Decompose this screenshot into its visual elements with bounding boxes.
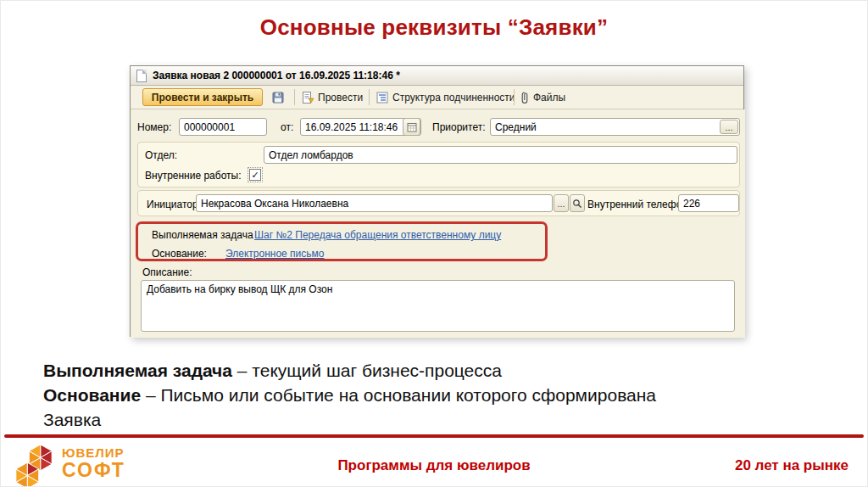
floppy-icon	[271, 91, 285, 104]
post-and-close-button[interactable]: Провести и закрыть	[142, 88, 263, 106]
files-button[interactable]: Файлы	[533, 92, 565, 104]
internal-works-checkbox[interactable]: ✓	[249, 169, 261, 181]
department-label: Отдел:	[145, 149, 177, 161]
date-label: от:	[281, 121, 293, 133]
post-button[interactable]: Провести	[318, 92, 363, 104]
department-group: Отдел: Отдел ломбардов Внутренние работы…	[137, 142, 740, 188]
explanation-line: Заявка	[43, 407, 656, 432]
slide-title: Основные реквизиты “Заявки”	[1, 14, 867, 41]
department-field[interactable]: Отдел ломбардов	[264, 146, 737, 164]
document-icon	[136, 70, 147, 82]
initiator-field[interactable]: Некрасова Оксана Николаевна	[196, 194, 553, 212]
logo-hexagon-icon	[9, 442, 58, 487]
footer-anniversary: 20 лет на рынке	[735, 457, 849, 474]
priority-more-button[interactable]: ...	[720, 120, 738, 134]
post-document-icon	[301, 91, 314, 104]
initiator-group: Инициатор: Некрасова Оксана Николаевна .…	[137, 190, 740, 216]
magnifier-icon	[572, 199, 582, 209]
description-label: Описание:	[142, 266, 192, 278]
calendar-icon	[407, 122, 417, 132]
window-toolbar: Провести и закрыть Провести	[131, 86, 743, 109]
task-label: Выполняемая задача	[152, 229, 253, 241]
footer-tagline: Программы для ювелиров	[337, 457, 530, 474]
window-form: Номер: 000000001 от: 16.09.2025 11:18:46…	[131, 109, 745, 338]
priority-label: Приоритет:	[432, 121, 486, 133]
term-basis: Основание	[43, 385, 141, 405]
term-task: Выполняемая задача	[43, 361, 232, 380]
basis-link[interactable]: Электронное письмо	[225, 248, 324, 260]
priority-field[interactable]: Средний	[490, 118, 740, 136]
term-basis-rest: – Письмо или событие на основании которо…	[141, 385, 656, 405]
highlight-frame: Выполняемая задача Шаг №2 Передача обращ…	[136, 221, 548, 261]
number-label: Номер:	[137, 121, 171, 133]
initiator-search-button[interactable]	[570, 194, 585, 212]
task-link[interactable]: Шаг №2 Передача обращения ответственному…	[254, 229, 501, 241]
company-logo: ЮВЕЛИР СОФТ	[8, 440, 203, 487]
toolbar-separator	[369, 89, 370, 105]
phone-label: Внутренний телефон:	[587, 199, 690, 210]
phone-field[interactable]: 226	[678, 194, 739, 212]
basis-label: Основание:	[152, 248, 207, 260]
toolbar-separator	[294, 89, 295, 105]
request-window: Заявка новая 2 000000001 от 16.09.2025 1…	[130, 65, 744, 337]
paperclip-icon	[520, 91, 530, 104]
footer-divider	[4, 434, 864, 438]
logo-text-line1: ЮВЕЛИР	[62, 445, 125, 460]
calendar-button[interactable]	[403, 118, 420, 136]
presentation-slide: Основные реквизиты “Заявки” Заявка новая…	[0, 0, 868, 487]
initiator-label: Инициатор:	[147, 199, 201, 210]
description-textarea[interactable]: Добавить на бирку вывод ЩК для Озон	[141, 280, 735, 332]
initiator-more-button[interactable]: ...	[554, 194, 569, 212]
term-task-rest: – текущий шаг бизнес-процесса	[232, 361, 502, 380]
internal-works-label: Внутренние работы:	[145, 170, 242, 182]
number-field[interactable]: 000000001	[179, 118, 267, 136]
window-titlebar[interactable]: Заявка новая 2 000000001 от 16.09.2025 1…	[131, 66, 743, 86]
explanation-line: Выполняемая задача – текущий шаг бизнес-…	[43, 358, 656, 383]
save-button[interactable]	[268, 88, 288, 106]
logo-text-line2: СОФТ	[62, 459, 125, 482]
structure-icon	[376, 91, 389, 104]
explanation-text: Выполняемая задача – текущий шаг бизнес-…	[43, 358, 656, 432]
toolbar-separator	[514, 89, 515, 105]
structure-button[interactable]: Структура подчиненности	[392, 92, 515, 104]
explanation-line: Основание – Письмо или событие на основа…	[43, 383, 656, 407]
window-title: Заявка новая 2 000000001 от 16.09.2025 1…	[153, 70, 400, 81]
